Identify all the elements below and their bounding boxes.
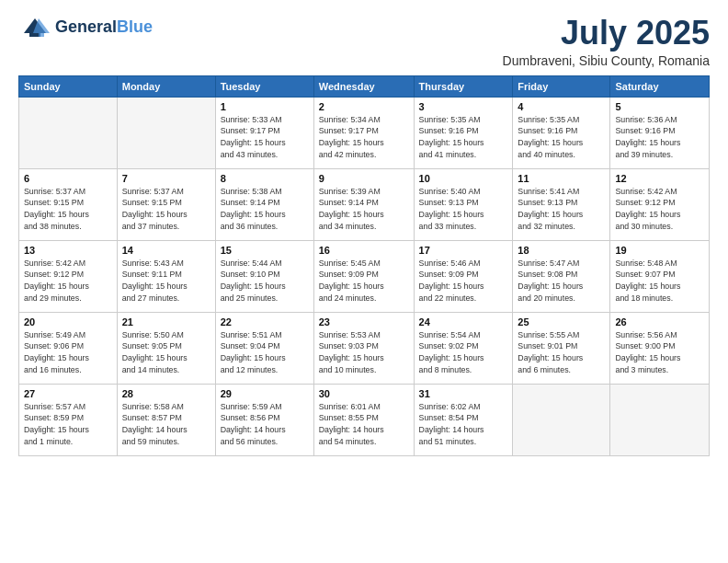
day-info: Sunrise: 5:54 AM Sunset: 9:02 PM Dayligh…: [419, 329, 508, 376]
day-cell-w2-d7: 12Sunrise: 5:42 AM Sunset: 9:12 PM Dayli…: [610, 168, 710, 240]
day-info: Sunrise: 5:34 AM Sunset: 9:17 PM Dayligh…: [319, 114, 409, 161]
day-cell-w3-d3: 15Sunrise: 5:44 AM Sunset: 9:10 PM Dayli…: [215, 240, 313, 312]
header-friday: Friday: [513, 75, 610, 97]
day-cell-w1-d2: [117, 97, 215, 168]
day-info: Sunrise: 5:37 AM Sunset: 9:15 PM Dayligh…: [24, 186, 112, 233]
day-number: 23: [319, 316, 409, 327]
day-number: 26: [615, 316, 704, 327]
day-info: Sunrise: 5:42 AM Sunset: 9:12 PM Dayligh…: [615, 186, 704, 233]
day-cell-w4-d5: 24Sunrise: 5:54 AM Sunset: 9:02 PM Dayli…: [414, 312, 513, 384]
day-number: 13: [24, 245, 112, 256]
day-info: Sunrise: 6:02 AM Sunset: 8:54 PM Dayligh…: [419, 401, 508, 448]
day-info: Sunrise: 5:39 AM Sunset: 9:14 PM Dayligh…: [319, 186, 409, 233]
day-info: Sunrise: 5:56 AM Sunset: 9:00 PM Dayligh…: [615, 329, 704, 376]
day-cell-w1-d6: 4Sunrise: 5:35 AM Sunset: 9:16 PM Daylig…: [513, 97, 610, 168]
location-title: Dumbraveni, Sibiu County, Romania: [503, 53, 710, 68]
header-thursday: Thursday: [414, 75, 513, 97]
day-number: 17: [419, 245, 508, 256]
day-cell-w2-d3: 8Sunrise: 5:38 AM Sunset: 9:14 PM Daylig…: [215, 168, 313, 240]
day-info: Sunrise: 5:42 AM Sunset: 9:12 PM Dayligh…: [24, 258, 112, 304]
day-cell-w4-d1: 20Sunrise: 5:49 AM Sunset: 9:06 PM Dayli…: [19, 312, 118, 384]
day-info: Sunrise: 6:01 AM Sunset: 8:55 PM Dayligh…: [319, 401, 409, 448]
page: GeneralBlue July 2025 Dumbraveni, Sibiu …: [0, 0, 728, 563]
day-cell-w5-d3: 29Sunrise: 5:59 AM Sunset: 8:56 PM Dayli…: [215, 384, 313, 455]
day-cell-w1-d5: 3Sunrise: 5:35 AM Sunset: 9:16 PM Daylig…: [414, 97, 513, 168]
day-info: Sunrise: 5:33 AM Sunset: 9:17 PM Dayligh…: [221, 114, 309, 161]
day-cell-w2-d4: 9Sunrise: 5:39 AM Sunset: 9:14 PM Daylig…: [313, 168, 414, 240]
day-cell-w3-d6: 18Sunrise: 5:47 AM Sunset: 9:08 PM Dayli…: [513, 240, 610, 312]
day-cell-w5-d2: 28Sunrise: 5:58 AM Sunset: 8:57 PM Dayli…: [117, 384, 215, 455]
day-number: 28: [122, 388, 210, 399]
week-row-4: 20Sunrise: 5:49 AM Sunset: 9:06 PM Dayli…: [19, 312, 710, 384]
day-number: 22: [221, 316, 309, 327]
week-row-3: 13Sunrise: 5:42 AM Sunset: 9:12 PM Dayli…: [19, 240, 710, 312]
day-cell-w1-d4: 2Sunrise: 5:34 AM Sunset: 9:17 PM Daylig…: [313, 97, 414, 168]
week-row-5: 27Sunrise: 5:57 AM Sunset: 8:59 PM Dayli…: [19, 384, 710, 455]
day-info: Sunrise: 5:41 AM Sunset: 9:13 PM Dayligh…: [518, 186, 605, 233]
header-wednesday: Wednesday: [313, 75, 414, 97]
day-number: 3: [419, 101, 508, 112]
day-number: 14: [122, 245, 210, 256]
day-cell-w5-d6: [513, 384, 610, 455]
day-number: 25: [518, 316, 605, 327]
day-info: Sunrise: 5:35 AM Sunset: 9:16 PM Dayligh…: [518, 114, 605, 161]
day-number: 12: [615, 173, 704, 184]
day-cell-w4-d3: 22Sunrise: 5:51 AM Sunset: 9:04 PM Dayli…: [215, 312, 313, 384]
day-cell-w4-d6: 25Sunrise: 5:55 AM Sunset: 9:01 PM Dayli…: [513, 312, 610, 384]
day-cell-w5-d4: 30Sunrise: 6:01 AM Sunset: 8:55 PM Dayli…: [313, 384, 414, 455]
day-cell-w5-d7: [610, 384, 710, 455]
day-cell-w5-d5: 31Sunrise: 6:02 AM Sunset: 8:54 PM Dayli…: [414, 384, 513, 455]
day-cell-w3-d1: 13Sunrise: 5:42 AM Sunset: 9:12 PM Dayli…: [19, 240, 118, 312]
day-info: Sunrise: 5:55 AM Sunset: 9:01 PM Dayligh…: [518, 329, 605, 376]
day-number: 15: [221, 245, 309, 256]
day-number: 5: [615, 101, 704, 112]
day-cell-w1-d3: 1Sunrise: 5:33 AM Sunset: 9:17 PM Daylig…: [215, 97, 313, 168]
day-info: Sunrise: 5:59 AM Sunset: 8:56 PM Dayligh…: [221, 401, 309, 448]
week-row-2: 6Sunrise: 5:37 AM Sunset: 9:15 PM Daylig…: [19, 168, 710, 240]
day-cell-w3-d7: 19Sunrise: 5:48 AM Sunset: 9:07 PM Dayli…: [610, 240, 710, 312]
header-saturday: Saturday: [610, 75, 710, 97]
day-info: Sunrise: 5:48 AM Sunset: 9:07 PM Dayligh…: [615, 258, 704, 304]
day-number: 11: [518, 173, 605, 184]
calendar-table: Sunday Monday Tuesday Wednesday Thursday…: [18, 75, 710, 456]
title-block: July 2025 Dumbraveni, Sibiu County, Roma…: [503, 15, 710, 68]
logo-icon: [18, 15, 51, 40]
day-cell-w3-d2: 14Sunrise: 5:43 AM Sunset: 9:11 PM Dayli…: [117, 240, 215, 312]
day-cell-w5-d1: 27Sunrise: 5:57 AM Sunset: 8:59 PM Dayli…: [19, 384, 118, 455]
header-monday: Monday: [117, 75, 215, 97]
day-number: 7: [122, 173, 210, 184]
day-cell-w2-d6: 11Sunrise: 5:41 AM Sunset: 9:13 PM Dayli…: [513, 168, 610, 240]
day-cell-w2-d5: 10Sunrise: 5:40 AM Sunset: 9:13 PM Dayli…: [414, 168, 513, 240]
day-info: Sunrise: 5:36 AM Sunset: 9:16 PM Dayligh…: [615, 114, 704, 161]
month-title: July 2025: [503, 15, 710, 52]
day-info: Sunrise: 5:57 AM Sunset: 8:59 PM Dayligh…: [24, 401, 112, 448]
day-cell-w4-d2: 21Sunrise: 5:50 AM Sunset: 9:05 PM Dayli…: [117, 312, 215, 384]
day-info: Sunrise: 5:58 AM Sunset: 8:57 PM Dayligh…: [122, 401, 210, 448]
header-tuesday: Tuesday: [215, 75, 313, 97]
header: GeneralBlue July 2025 Dumbraveni, Sibiu …: [18, 15, 710, 68]
day-info: Sunrise: 5:35 AM Sunset: 9:16 PM Dayligh…: [419, 114, 508, 161]
logo-text: GeneralBlue: [55, 18, 153, 37]
day-cell-w3-d4: 16Sunrise: 5:45 AM Sunset: 9:09 PM Dayli…: [313, 240, 414, 312]
logo: GeneralBlue: [18, 15, 153, 40]
day-cell-w2-d2: 7Sunrise: 5:37 AM Sunset: 9:15 PM Daylig…: [117, 168, 215, 240]
day-cell-w3-d5: 17Sunrise: 5:46 AM Sunset: 9:09 PM Dayli…: [414, 240, 513, 312]
day-number: 18: [518, 245, 605, 256]
day-cell-w2-d1: 6Sunrise: 5:37 AM Sunset: 9:15 PM Daylig…: [19, 168, 118, 240]
day-info: Sunrise: 5:53 AM Sunset: 9:03 PM Dayligh…: [319, 329, 409, 376]
day-cell-w1-d7: 5Sunrise: 5:36 AM Sunset: 9:16 PM Daylig…: [610, 97, 710, 168]
day-info: Sunrise: 5:46 AM Sunset: 9:09 PM Dayligh…: [419, 258, 508, 304]
day-number: 2: [319, 101, 409, 112]
day-number: 21: [122, 316, 210, 327]
day-number: 6: [24, 173, 112, 184]
day-info: Sunrise: 5:40 AM Sunset: 9:13 PM Dayligh…: [419, 186, 508, 233]
day-info: Sunrise: 5:49 AM Sunset: 9:06 PM Dayligh…: [24, 329, 112, 376]
day-info: Sunrise: 5:43 AM Sunset: 9:11 PM Dayligh…: [122, 258, 210, 304]
week-row-1: 1Sunrise: 5:33 AM Sunset: 9:17 PM Daylig…: [19, 97, 710, 168]
day-number: 19: [615, 245, 704, 256]
header-row: Sunday Monday Tuesday Wednesday Thursday…: [19, 75, 710, 97]
day-number: 31: [419, 388, 508, 399]
day-number: 27: [24, 388, 112, 399]
day-cell-w4-d7: 26Sunrise: 5:56 AM Sunset: 9:00 PM Dayli…: [610, 312, 710, 384]
day-info: Sunrise: 5:51 AM Sunset: 9:04 PM Dayligh…: [221, 329, 309, 376]
